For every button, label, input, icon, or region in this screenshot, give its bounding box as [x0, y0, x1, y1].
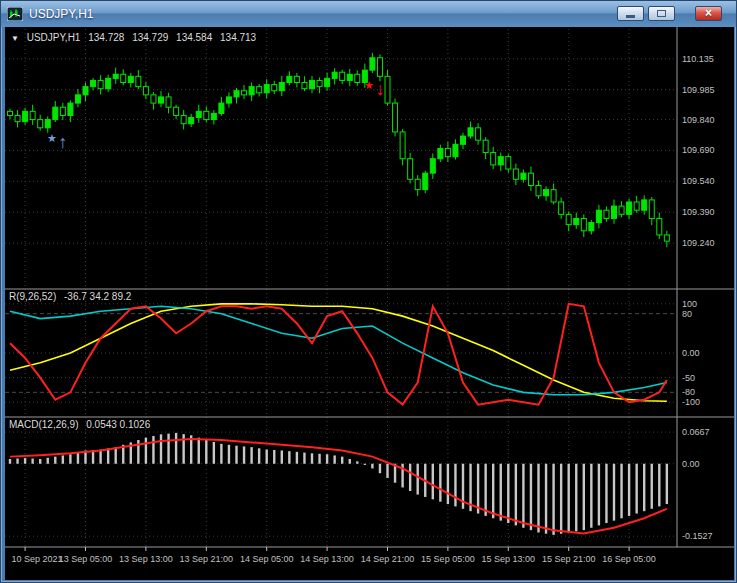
- chart-window: USDJPY,H1 × ↑★↓★110.135109.985109.840109…: [0, 0, 737, 583]
- chart-dropdown-icon[interactable]: ▼: [11, 34, 19, 43]
- oscillator-values: -36.7 34.2 89.2: [64, 291, 131, 302]
- axis-value-label: 0.00: [682, 459, 700, 469]
- time-axis[interactable]: 10 Sep 202113 Sep 05:0013 Sep 13:0013 Se…: [11, 547, 655, 564]
- axis-value-label: -0.1527: [682, 531, 713, 541]
- axis-value-label: 110.135: [682, 54, 714, 64]
- window-title: USDJPY,H1: [29, 7, 93, 21]
- time-axis-label: 13 Sep 05:00: [59, 554, 113, 564]
- close-button[interactable]: ×: [695, 6, 722, 21]
- ohlc-open: 134.728: [88, 32, 124, 43]
- axis-value-label: -50: [682, 373, 695, 383]
- time-axis-label: 13 Sep 21:00: [180, 554, 234, 564]
- oscillator-name: R(9,26,52): [9, 291, 56, 302]
- axis-value-label: 109.985: [682, 85, 715, 95]
- panel-separators[interactable]: [5, 27, 734, 547]
- ohlc-low: 134.584: [176, 32, 212, 43]
- time-axis-label: 10 Sep 2021: [11, 554, 62, 564]
- price-axis[interactable]: 110.135109.985109.840109.690109.540109.3…: [682, 54, 715, 541]
- minimize-icon: [626, 15, 635, 18]
- time-axis-label: 15 Sep 05:00: [421, 554, 475, 564]
- oscillator-header: R(9,26,52) -36.7 34.2 89.2: [9, 291, 136, 302]
- time-axis-label: 14 Sep 13:00: [300, 554, 354, 564]
- time-axis-label: 16 Sep 05:00: [602, 554, 656, 564]
- chart-symbol-label: USDJPY,H1: [27, 32, 81, 43]
- buy-signal-arrow-icon: ↑: [58, 132, 67, 152]
- axis-value-label: 0.00: [682, 348, 700, 358]
- time-axis-label: 13 Sep 13:00: [119, 554, 173, 564]
- chart-canvas[interactable]: ↑★↓★110.135109.985109.840109.690109.5401…: [5, 27, 734, 580]
- axis-value-label: 109.690: [682, 145, 715, 155]
- axis-value-label: 109.390: [682, 207, 715, 217]
- sell-signal-arrow-icon: ↓: [375, 79, 384, 99]
- minimize-button[interactable]: [617, 6, 644, 21]
- chart-client-area[interactable]: ↑★↓★110.135109.985109.840109.690109.5401…: [5, 27, 734, 580]
- time-axis-label: 15 Sep 21:00: [542, 554, 596, 564]
- maximize-icon: [657, 10, 666, 17]
- macd-name: MACD(12,26,9): [9, 419, 78, 430]
- axis-value-label: 109.540: [682, 176, 715, 186]
- axis-value-label: 100: [682, 299, 697, 309]
- time-axis-label: 14 Sep 05:00: [240, 554, 294, 564]
- ohlc-high: 134.729: [132, 32, 168, 43]
- candlestick-series: [8, 53, 670, 247]
- buy-signal-star-icon: ★: [47, 132, 57, 144]
- sell-signal-star-icon: ★: [364, 79, 374, 91]
- maximize-button[interactable]: [648, 6, 675, 21]
- chart-icon: [7, 7, 23, 21]
- window-controls: ×: [613, 6, 722, 21]
- time-axis-label: 14 Sep 21:00: [361, 554, 415, 564]
- ohlc-close: 134.713: [220, 32, 256, 43]
- axis-value-label: -100: [682, 397, 700, 407]
- axis-value-label: 80: [682, 309, 692, 319]
- window-titlebar[interactable]: USDJPY,H1 ×: [1, 1, 736, 27]
- axis-value-label: 109.240: [682, 238, 715, 248]
- macd-values: 0.0543 0.1026: [86, 419, 150, 430]
- axis-value-label: -80: [682, 387, 695, 397]
- oscillator-line-slow: [10, 304, 667, 401]
- main-chart-header: ▼ USDJPY,H1 134.728 134.729 134.584 134.…: [11, 32, 261, 43]
- close-icon: ×: [705, 7, 712, 20]
- axis-value-label: 0.0667: [682, 427, 710, 437]
- time-axis-label: 15 Sep 13:00: [482, 554, 536, 564]
- macd-header: MACD(12,26,9) 0.0543 0.1026: [9, 419, 155, 430]
- axis-value-label: 109.840: [682, 115, 715, 125]
